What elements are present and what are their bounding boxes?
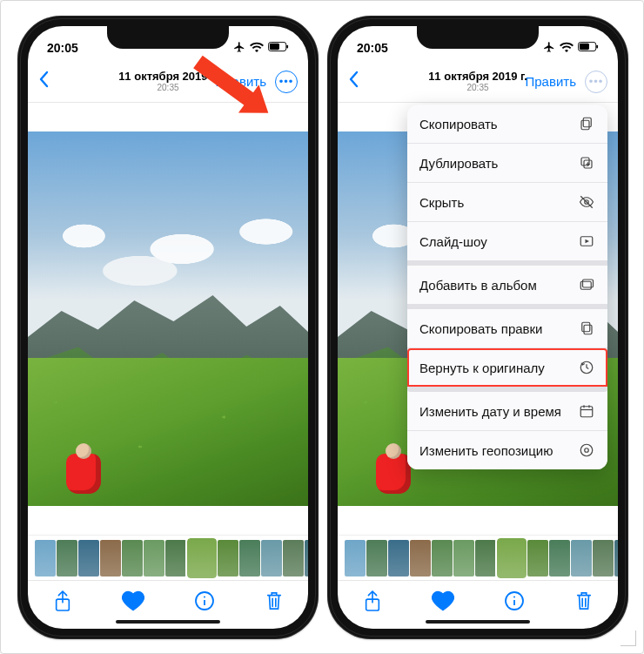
svg-rect-26 [582,322,590,332]
location-icon [578,442,595,459]
filmstrip-thumb[interactable] [35,540,56,576]
menu-label: Скопировать [419,117,498,131]
hide-icon [578,193,595,211]
notch [417,26,539,49]
battery-icon [578,41,599,55]
svg-point-6 [204,596,205,597]
filmstrip-thumb[interactable] [122,540,143,576]
filmstrip-thumb[interactable] [187,538,217,578]
filmstrip-thumb[interactable] [305,540,308,576]
delete-button[interactable] [265,590,284,616]
wifi-icon [250,41,264,55]
status-time: 20:05 [357,41,388,55]
notch [107,26,229,49]
copy-icon [578,115,595,132]
svg-rect-8 [580,44,589,50]
filmstrip-thumb[interactable] [549,540,570,576]
filmstrip-thumb[interactable] [165,540,186,576]
filmstrip[interactable] [28,535,308,580]
home-indicator[interactable] [116,620,220,624]
filmstrip-thumb[interactable] [144,540,164,576]
filmstrip-thumb[interactable] [366,540,387,576]
menu-add-to-album[interactable]: Добавить в альбом [407,266,607,309]
favorite-button[interactable] [122,590,144,615]
svg-rect-27 [584,325,592,334]
filmstrip-thumb[interactable] [475,540,496,576]
phone-frame-left: 20:05 11 октяб [17,16,319,639]
svg-rect-14 [583,118,591,127]
menu-slideshow[interactable]: Слайд-шоу [407,222,607,266]
menu-edit-date[interactable]: Изменить дату и время [407,392,607,431]
menu-hide[interactable]: Скрыть [407,183,607,222]
filmstrip-thumb[interactable] [453,540,474,576]
share-button[interactable] [53,590,72,616]
info-button[interactable] [504,590,525,615]
filmstrip-thumb[interactable] [527,540,548,576]
filmstrip-thumb[interactable] [410,540,431,576]
album-icon [578,276,595,293]
menu-label: Изменить дату и время [419,404,561,419]
filmstrip-thumb[interactable] [218,540,238,576]
menu-duplicate[interactable]: Дублировать [407,144,607,183]
delete-button[interactable] [574,590,594,616]
nav-bar: 11 октября 2019 г. 20:35 Править ••• [338,61,618,103]
slideshow-icon [578,233,595,250]
menu-revert-original[interactable]: Вернуть к оригиналу [407,348,607,392]
svg-rect-15 [581,120,589,130]
filmstrip-thumb[interactable] [388,540,409,576]
info-button[interactable] [194,590,215,615]
filmstrip-thumb[interactable] [239,540,260,576]
filmstrip[interactable] [338,535,618,580]
svg-point-33 [580,444,593,456]
filmstrip-thumb[interactable] [497,538,527,578]
menu-label: Скрыть [419,195,464,210]
status-time: 20:05 [47,41,78,55]
svg-point-34 [585,448,589,453]
calendar-icon [578,402,595,420]
svg-marker-23 [586,239,590,244]
filmstrip-thumb[interactable] [100,540,121,576]
filmstrip-thumb[interactable] [261,540,282,576]
more-button[interactable]: ••• [275,71,298,93]
filmstrip-thumb[interactable] [614,540,618,576]
back-button[interactable] [38,71,56,93]
battery-icon [268,41,289,55]
revert-icon [578,359,595,376]
filmstrip-thumb[interactable] [345,540,366,576]
phone-screen-right: 20:05 11 октяб [338,26,618,629]
airplane-mode-icon [543,41,555,56]
filmstrip-thumb[interactable] [432,540,453,576]
menu-copy[interactable]: Скопировать [407,105,607,144]
svg-rect-29 [580,407,593,417]
filmstrip-thumb[interactable] [283,540,304,576]
duplicate-icon [578,154,595,172]
phone-frame-right: 20:05 11 октяб [327,16,628,639]
photo-content [28,131,308,506]
copy-edits-icon [578,320,595,337]
airplane-mode-icon [233,41,245,56]
svg-rect-9 [596,45,598,49]
edit-button[interactable]: Править [526,74,577,89]
home-indicator[interactable] [426,620,530,624]
favorite-button[interactable] [432,590,454,615]
photo-viewport[interactable] [28,103,308,535]
more-button-active[interactable]: ••• [585,71,607,93]
filmstrip-thumb[interactable] [78,540,99,576]
svg-rect-2 [286,45,288,49]
back-button[interactable] [348,71,366,93]
share-button[interactable] [363,590,382,616]
svg-rect-1 [270,44,279,50]
menu-copy-edits[interactable]: Скопировать правки [407,309,607,348]
wifi-icon [560,41,574,55]
phone-screen-left: 20:05 11 октяб [28,26,308,629]
status-icons [543,41,599,56]
corner-decoration [621,630,636,646]
menu-edit-location[interactable]: Изменить геопозицию [407,431,607,469]
filmstrip-thumb[interactable] [57,540,77,576]
menu-label: Скопировать правки [419,321,542,336]
context-menu: Скопировать Дублировать Скрыть Слайд-шоу… [407,105,607,469]
filmstrip-thumb[interactable] [571,540,592,576]
comparison-stage: 20:05 11 октяб [0,0,644,654]
status-icons [233,41,289,56]
filmstrip-thumb[interactable] [593,540,614,576]
